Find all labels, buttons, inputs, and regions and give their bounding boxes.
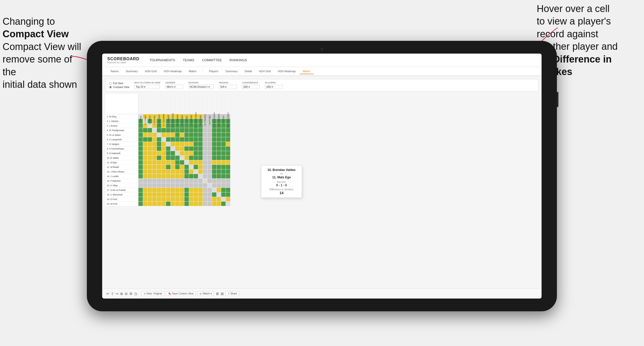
cell-17-18[interactable] <box>221 192 226 197</box>
cell-11-0[interactable] <box>138 165 143 169</box>
cell-14-15[interactable] <box>207 179 212 183</box>
nav-tournaments[interactable]: TOURNAMENTS <box>150 58 175 62</box>
cell-7-2[interactable] <box>148 146 152 151</box>
cell-14-5[interactable] <box>161 179 166 183</box>
cell-16-2[interactable] <box>148 188 152 192</box>
cell-9-17[interactable] <box>217 156 221 160</box>
cell-18-5[interactable] <box>161 197 166 202</box>
cell-9-1[interactable] <box>143 156 148 160</box>
cell-17-17[interactable] <box>217 192 221 197</box>
cell-15-11[interactable] <box>189 183 194 188</box>
region-select[interactable]: N/A ▾ <box>219 85 237 89</box>
cell-16-5[interactable] <box>161 188 166 192</box>
cell-14-17[interactable] <box>217 179 221 183</box>
cell-5-12[interactable] <box>194 137 198 142</box>
cell-3-2[interactable] <box>148 128 152 133</box>
cell-19-7[interactable] <box>171 202 175 206</box>
sub-nav-summary1[interactable]: Summary <box>123 69 141 74</box>
cell-8-19[interactable] <box>226 151 230 156</box>
cell-10-1[interactable] <box>143 160 148 165</box>
cell-11-12[interactable] <box>194 165 198 169</box>
cell-15-2[interactable] <box>148 183 152 188</box>
sub-nav-h2hgrid2[interactable]: H2H Grid <box>256 69 274 74</box>
cell-4-11[interactable] <box>189 133 194 137</box>
cell-12-12[interactable] <box>194 169 198 174</box>
cell-10-11[interactable] <box>189 160 194 165</box>
cell-3-17[interactable] <box>217 128 221 133</box>
cell-5-13[interactable] <box>198 137 203 142</box>
cell-5-11[interactable] <box>189 137 194 142</box>
cell-19-3[interactable] <box>152 202 157 206</box>
cell-4-14[interactable] <box>203 133 207 137</box>
cell-19-8[interactable] <box>175 202 180 206</box>
cell-5-10[interactable] <box>184 137 189 142</box>
cell-12-1[interactable] <box>143 169 148 174</box>
cell-13-18[interactable] <box>221 174 226 179</box>
cell-11-17[interactable] <box>217 165 221 169</box>
cell-3-18[interactable] <box>221 128 226 133</box>
cell-10-17[interactable] <box>217 160 221 165</box>
cell-8-13[interactable] <box>198 151 203 156</box>
full-view-option[interactable]: Full View <box>109 82 129 85</box>
cell-14-12[interactable] <box>194 179 198 183</box>
cell-19-4[interactable] <box>157 202 161 206</box>
cell-10-12[interactable] <box>194 160 198 165</box>
division-select[interactable]: NCAA Division I ▾ <box>188 85 214 89</box>
cell-10-2[interactable] <box>148 160 152 165</box>
cell-7-18[interactable] <box>221 146 226 151</box>
cell-12-11[interactable] <box>189 169 194 174</box>
cell-16-12[interactable] <box>194 188 198 192</box>
cell-10-15[interactable] <box>207 160 212 165</box>
cell-6-14[interactable] <box>203 142 207 146</box>
share-btn[interactable]: ⇧ Share <box>225 291 239 296</box>
cell-8-4[interactable] <box>157 151 161 156</box>
cell-15-8[interactable] <box>175 183 180 188</box>
cell-14-2[interactable] <box>148 179 152 183</box>
cell-11-6[interactable] <box>166 165 171 169</box>
cell-4-19[interactable] <box>226 133 230 137</box>
compact-view-radio[interactable] <box>109 86 112 89</box>
cell-15-9[interactable] <box>180 183 184 188</box>
cell-15-13[interactable] <box>198 183 203 188</box>
cell-15-0[interactable] <box>138 183 143 188</box>
cell-16-7[interactable] <box>171 188 175 192</box>
cell-7-6[interactable] <box>166 146 171 151</box>
cell-6-16[interactable] <box>212 142 217 146</box>
cell-13-17[interactable] <box>217 174 221 179</box>
cell-13-4[interactable] <box>157 174 161 179</box>
cell-14-8[interactable] <box>175 179 180 183</box>
cell-12-9[interactable] <box>180 169 184 174</box>
cell-4-9[interactable] <box>180 133 184 137</box>
cell-3-19[interactable] <box>226 128 230 133</box>
cell-13-8[interactable] <box>175 174 180 179</box>
cell-13-14[interactable] <box>203 174 207 179</box>
conference-select[interactable]: (All) ▾ <box>242 85 260 89</box>
cell-7-14[interactable] <box>203 146 207 151</box>
cell-19-9[interactable] <box>180 202 184 206</box>
cell-10-9[interactable] <box>180 160 184 165</box>
cell-13-16[interactable] <box>212 174 217 179</box>
sub-nav-teams[interactable]: Teams <box>107 69 122 74</box>
cell-16-13[interactable] <box>198 188 203 192</box>
cell-17-13[interactable] <box>198 192 203 197</box>
cell-13-0[interactable] <box>138 174 143 179</box>
watch-btn[interactable]: ◎ Watch ▾ <box>197 291 214 296</box>
cell-16-1[interactable] <box>143 188 148 192</box>
cell-19-11[interactable] <box>189 202 194 206</box>
cell-3-0[interactable] <box>138 128 143 133</box>
cell-17-14[interactable] <box>203 192 207 197</box>
cell-12-4[interactable] <box>157 169 161 174</box>
cell-19-5[interactable] <box>161 202 166 206</box>
cell-7-9[interactable] <box>180 146 184 151</box>
cell-13-2[interactable] <box>148 174 152 179</box>
cell-19-0[interactable] <box>138 202 143 206</box>
cell-12-14[interactable] <box>203 169 207 174</box>
cell-8-11[interactable] <box>189 151 194 156</box>
cell-18-17[interactable] <box>217 197 221 202</box>
cell-16-15[interactable] <box>207 188 212 192</box>
cell-6-17[interactable] <box>217 142 221 146</box>
clock-icon[interactable]: ◷ <box>134 292 137 296</box>
cell-10-19[interactable] <box>226 160 230 165</box>
cell-19-18[interactable] <box>221 202 226 206</box>
cell-13-3[interactable] <box>152 174 157 179</box>
